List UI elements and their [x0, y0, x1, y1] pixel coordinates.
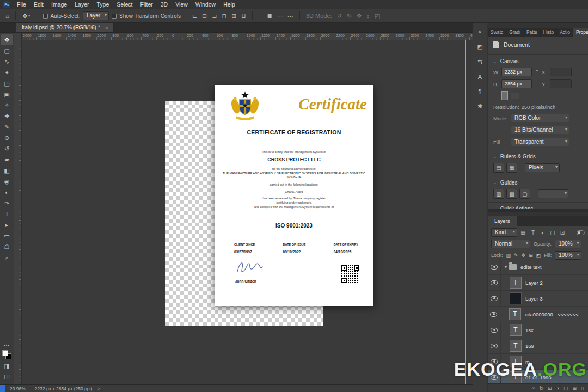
color-mode-dropdown[interactable]: RGB Color — [511, 114, 569, 122]
visibility-cell[interactable] — [488, 307, 500, 322]
close-icon[interactable]: × — [105, 24, 108, 31]
3d-roll-icon[interactable]: ↻ — [346, 13, 353, 19]
eraser-tool[interactable]: ▰ — [1, 154, 13, 165]
blur-tool[interactable]: ◉ — [1, 176, 13, 187]
menu-item[interactable]: Select — [113, 0, 136, 9]
3d-scale-icon[interactable]: ◰ — [373, 13, 381, 19]
lock-pixels-icon[interactable]: ✎ — [514, 253, 518, 258]
link-dimensions-icon[interactable] — [536, 70, 538, 85]
group-expand-icon[interactable]: ▾ — [505, 265, 507, 270]
toggle-rulers-icon[interactable]: ▤ — [493, 163, 504, 173]
marquee-tool[interactable]: ▢ — [1, 45, 13, 56]
path-selection-tool[interactable]: ▸ — [1, 219, 13, 230]
image-layer-thumbnail[interactable] — [510, 292, 522, 304]
tab-patterns[interactable]: Patte — [524, 28, 541, 37]
tab-properties[interactable]: Properties — [573, 28, 588, 37]
screen-mode-icon[interactable]: ◫ — [4, 373, 9, 380]
distribute-vertical-icon[interactable]: ≡ — [258, 13, 263, 19]
type-tool[interactable]: T — [1, 209, 13, 219]
toggle-guides-icon[interactable]: ▥ — [493, 189, 504, 199]
filtering-toggle[interactable] — [577, 230, 585, 235]
layer-row[interactable]: T cita0000000...<<<<<<<<0 d — [488, 307, 588, 322]
3d-pan-icon[interactable]: ✥ — [356, 13, 363, 19]
align-middle-icon[interactable]: ⊞ — [230, 13, 237, 19]
layer-row[interactable]: T Layer 2 — [488, 275, 588, 291]
portrait-orientation-icon[interactable] — [501, 91, 508, 100]
lock-guides-icon[interactable]: ▧ — [506, 189, 517, 199]
document-tab[interactable]: Italy id.psd @ 20.7% (RGB/16) * × — [16, 23, 114, 32]
distribute-horizontal-icon[interactable]: ≣ — [266, 13, 273, 19]
visibility-cell[interactable] — [488, 259, 501, 274]
height-field[interactable]: 2854 px — [501, 79, 532, 88]
frame-tool[interactable]: ▣ — [1, 89, 13, 100]
character-panel-icon[interactable]: A — [478, 74, 482, 80]
auto-select-checkbox[interactable] — [43, 14, 48, 19]
ruler-origin-corner[interactable] — [14, 33, 22, 40]
tab-history[interactable]: Histo — [541, 28, 557, 37]
color-panel-icon[interactable]: ◩ — [477, 43, 482, 50]
align-top-icon[interactable]: ⊓ — [221, 13, 228, 19]
adjustment-layer-icon[interactable]: ◑ — [556, 385, 559, 391]
blend-mode-dropdown[interactable]: Normal — [491, 240, 530, 248]
horizontal-guide[interactable] — [22, 314, 473, 314]
delete-layer-icon[interactable]: ▯ — [581, 385, 584, 391]
text-layer-thumbnail[interactable]: T — [510, 340, 522, 352]
shape-tool[interactable]: ▭ — [1, 230, 13, 241]
menu-item[interactable]: Image — [47, 0, 71, 9]
layer-row[interactable]: T 169 — [488, 338, 588, 354]
layer-row-group[interactable]: ▾ edite text — [488, 259, 588, 275]
eye-icon[interactable] — [490, 312, 497, 317]
toggle-grid-icon[interactable]: ▦ — [506, 163, 517, 173]
pen-tool[interactable]: ✑ — [1, 198, 13, 209]
align-right-icon[interactable]: ⊐ — [211, 13, 218, 19]
filter-adjustment-layers-icon[interactable]: ◐ — [539, 230, 547, 236]
zoom-tool[interactable]: ⌕ — [1, 252, 13, 263]
adjustments-panel-icon[interactable]: ⇆ — [477, 58, 482, 65]
menu-item[interactable]: Layer — [71, 0, 93, 9]
opacity-dropdown[interactable]: 100% — [555, 240, 581, 248]
width-field[interactable]: 2232 px — [501, 68, 532, 76]
crop-tool[interactable]: ◰ — [1, 78, 13, 89]
link-layers-icon[interactable]: ∞ — [532, 385, 535, 391]
layer-mask-icon[interactable]: ⊡ — [548, 385, 552, 391]
filter-kind-dropdown[interactable]: Kind — [491, 228, 517, 237]
show-transform-checkbox[interactable] — [112, 14, 117, 19]
auto-select-dropdown[interactable]: Layer — [83, 11, 109, 20]
status-menu-icon[interactable]: > — [97, 386, 100, 391]
healing-brush-tool[interactable]: ✚ — [1, 111, 13, 121]
expand-panels-icon[interactable]: « — [478, 28, 481, 35]
lock-position-icon[interactable]: ✥ — [522, 253, 526, 258]
gradient-tool[interactable]: ◧ — [1, 165, 13, 176]
eye-icon[interactable] — [491, 265, 498, 270]
guides-section-header[interactable]: ⌄ Guides — [493, 180, 583, 186]
menu-item[interactable]: Edit — [30, 0, 47, 9]
rulers-grids-section-header[interactable]: ⌄ Rulers & Grids — [493, 154, 583, 160]
color-swatches[interactable] — [2, 350, 11, 359]
quick-selection-tool[interactable]: ✦ — [1, 67, 13, 78]
text-layer-thumbnail[interactable]: T — [509, 308, 521, 320]
horizontal-ruler[interactable]: 2000180016001400120010008006004002000200… — [22, 33, 473, 40]
lasso-tool[interactable]: ∿ — [1, 56, 13, 67]
home-icon[interactable]: ⌂ — [4, 13, 10, 19]
layer-row[interactable]: T 1sx — [488, 322, 588, 338]
brush-tool[interactable]: ✎ — [1, 121, 13, 132]
filter-type-layers-icon[interactable]: T — [529, 230, 537, 236]
3d-orbit-icon[interactable]: ↺ — [336, 13, 343, 19]
filter-smart-objects-icon[interactable]: ⊡ — [559, 230, 566, 236]
tab-swatches[interactable]: Swatc — [488, 28, 506, 37]
eye-icon[interactable] — [491, 328, 498, 333]
quick-mask-icon[interactable]: ◨ — [4, 363, 9, 370]
new-layer-icon[interactable]: ⊞ — [573, 385, 577, 391]
clone-stamp-tool[interactable]: ⊕ — [1, 132, 13, 143]
more-options-icon[interactable]: ••• — [287, 14, 295, 18]
menu-item[interactable]: Filter — [136, 0, 156, 9]
menu-item[interactable]: View — [171, 0, 192, 9]
vertical-ruler[interactable] — [14, 40, 22, 384]
layer-effects-icon[interactable]: fx — [540, 385, 543, 391]
bit-depth-dropdown[interactable]: 16 Bits/Channel — [511, 126, 569, 134]
fill-dropdown[interactable]: 100% — [555, 251, 581, 260]
canvas-section-header[interactable]: ⌄ Canvas — [493, 58, 583, 64]
eye-icon[interactable] — [491, 280, 498, 285]
menu-item[interactable]: Window — [192, 0, 219, 9]
menu-item[interactable]: Type — [93, 0, 113, 9]
